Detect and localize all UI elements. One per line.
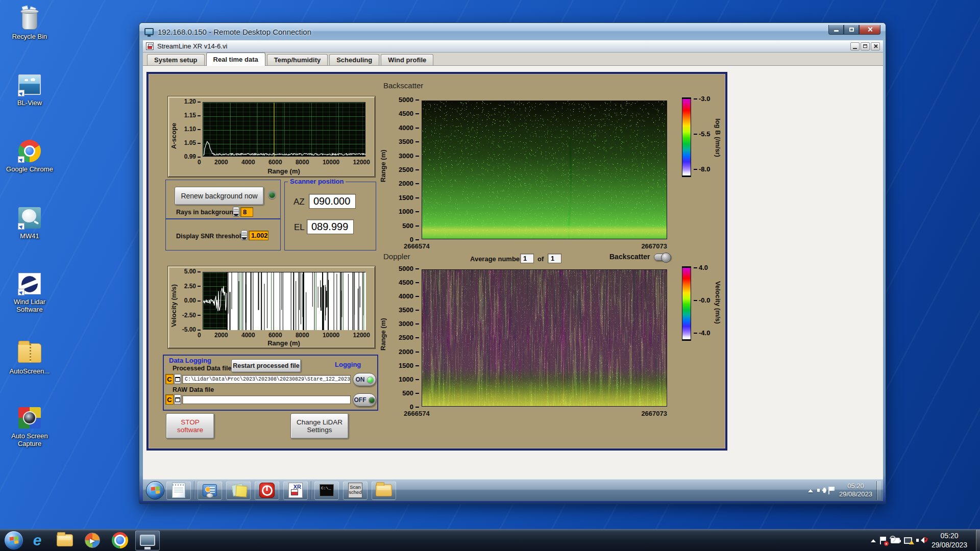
tab-scheduling[interactable]: Scheduling: [329, 54, 379, 65]
desktop-icon-mw41[interactable]: MW41: [5, 206, 54, 240]
remote-action-center-flag-icon[interactable]: [828, 487, 835, 494]
rays-spinner[interactable]: [233, 207, 239, 217]
app-titlebar[interactable]: StreamLine XR v14-6.vi: [143, 40, 883, 53]
host-clock[interactable]: 05:20 29/08/2023: [927, 531, 971, 549]
renew-background-button[interactable]: Renew background now: [175, 187, 264, 205]
off-label: OFF: [354, 396, 366, 404]
desktop-icon-google-chrome[interactable]: Google Chrome: [5, 139, 54, 173]
restart-processed-file-button[interactable]: Restart processed file: [231, 359, 301, 372]
app-close-button[interactable]: [871, 42, 880, 51]
processed-browse-icon[interactable]: [174, 374, 181, 384]
host-start-button[interactable]: [4, 531, 23, 550]
xr-icon-text: XR: [293, 484, 301, 490]
az-label: AZ: [293, 197, 305, 207]
velocity-plot-area[interactable]: [203, 272, 365, 330]
mw41-icon: [17, 206, 42, 230]
host-action-center-flag-icon[interactable]: x: [880, 537, 887, 544]
tick-label: 2000: [399, 181, 419, 187]
network-status-icon[interactable]: [904, 537, 912, 544]
tick-label: 4500: [399, 111, 419, 117]
remote-taskbar-scan-scheduler[interactable]: Scan sched: [343, 481, 368, 500]
logging-off-button[interactable]: OFF: [353, 393, 376, 407]
snr-spinner[interactable]: [241, 230, 248, 240]
remote-volume-icon[interactable]: [817, 487, 824, 493]
rdp-titlebar[interactable]: 192.168.0.150 - Remote Desktop Connectio…: [139, 23, 886, 40]
rdp-close-button[interactable]: [859, 25, 880, 35]
change-lidar-settings-button[interactable]: Change LiDAR Settings: [290, 413, 349, 439]
processed-drive-box[interactable]: C: [165, 374, 174, 384]
raw-data-file-label: RAW Data file: [173, 386, 214, 393]
logging-label: Logging: [335, 361, 361, 368]
error-badge-icon: x: [884, 541, 889, 546]
remote-taskbar-system-config[interactable]: [198, 481, 222, 500]
host-taskbar-explorer[interactable]: [53, 531, 77, 550]
shortcut-arrow-icon: [18, 289, 24, 295]
remote-show-desktop-button[interactable]: [876, 481, 881, 500]
sticky-notes-icon: [228, 481, 249, 500]
average-of-field[interactable]: 1: [548, 254, 561, 263]
tab-system-setup[interactable]: System setup: [147, 54, 205, 65]
host-taskbar-media-player[interactable]: [80, 531, 105, 550]
tab-wind-profile[interactable]: Wind profile: [381, 54, 433, 65]
desktop-icon-recycle-bin[interactable]: Recycle Bin: [5, 6, 54, 40]
battery-power-icon[interactable]: [891, 538, 900, 543]
tick-label: 500: [402, 390, 419, 396]
el-value-field[interactable]: 089.999: [307, 219, 354, 234]
a-scope-graph-frame: A-scope 1.201.151.101.050.99 02000400060…: [168, 96, 375, 177]
remote-taskbar-command-prompt[interactable]: C:\_: [314, 481, 339, 500]
desktop-icon-wind-lidar[interactable]: Wind Lidar Software: [5, 271, 54, 313]
host-taskbar-internet-explorer[interactable]: e: [25, 531, 50, 550]
a-scope-y-ticks: 1.201.151.101.050.99: [179, 99, 201, 160]
remote-taskbar-stop-app[interactable]: [255, 481, 279, 500]
labview-vi-icon: [146, 42, 154, 50]
wind-lidar-icon: [17, 271, 42, 296]
snr-value-field[interactable]: 1.002: [249, 231, 268, 240]
tab-real-time-data[interactable]: Real time data: [206, 53, 265, 66]
desktop-icon-bl-view[interactable]: BL-View: [5, 72, 54, 107]
tab-temp-humidity[interactable]: Temp/humidity: [267, 54, 328, 65]
remote-taskbar-sticky-notes[interactable]: [226, 481, 251, 500]
backscatter-colorbar-ticks: -3.0-5.5-8.0: [694, 96, 710, 172]
backscatter-toggle-switch[interactable]: [654, 254, 671, 261]
raw-path-field[interactable]: [182, 395, 351, 404]
remote-clock-time: 05:20: [839, 482, 872, 490]
host-show-desktop-button[interactable]: [975, 530, 980, 551]
remote-start-button[interactable]: [146, 481, 164, 499]
tabstrip: System setup Real time data Temp/humidit…: [143, 53, 883, 66]
stop-software-button[interactable]: STOP software: [166, 413, 214, 439]
backscatter-x-end: 2667073: [623, 242, 667, 250]
desktop: Recycle Bin BL-View Google Chrome MW41 W…: [0, 0, 980, 551]
desktop-icon-auto-screen-capture[interactable]: Auto Screen Capture: [5, 406, 54, 447]
a-scope-plot-area[interactable]: [203, 102, 365, 157]
logging-on-button[interactable]: ON: [353, 373, 376, 386]
rdp-maximize-button[interactable]: [844, 25, 859, 35]
az-value-field[interactable]: 090.000: [309, 194, 356, 209]
app-minimize-button[interactable]: [850, 42, 860, 51]
remote-clock[interactable]: 05:20 29/08/2023: [839, 482, 872, 498]
host-taskbar-remote-desktop[interactable]: [135, 531, 160, 550]
backscatter-heatmap[interactable]: [422, 101, 667, 239]
desktop-icon-autoscreen-zip[interactable]: AutoScreen...: [5, 341, 54, 375]
remote-taskbar-labview-xr[interactable]: XR: [283, 481, 308, 500]
snr-threshold-label: Display SNR threshold: [176, 233, 245, 240]
raw-drive-box[interactable]: C: [165, 394, 174, 405]
doppler-heatmap[interactable]: [422, 269, 667, 407]
remote-tray-expand-icon[interactable]: [808, 487, 813, 492]
remote-tray: 05:20 29/08/2023: [808, 481, 883, 500]
remote-taskbar: XR C:\_ Scan sched 05:20 29/08/2023: [143, 479, 883, 501]
processed-path-field[interactable]: C:\Lidar\Data\Proc\2023\202308\20230829\…: [182, 375, 351, 384]
host-taskbar-chrome[interactable]: [108, 531, 132, 550]
host-tray-expand-icon[interactable]: [871, 537, 876, 542]
rays-value-field[interactable]: 8: [240, 207, 253, 217]
remote-taskbar-explorer[interactable]: [372, 481, 396, 500]
tick-label: 12000: [353, 332, 370, 339]
app-restore-button[interactable]: [861, 42, 870, 51]
internet-explorer-icon: e: [33, 533, 42, 548]
raw-browse-icon[interactable]: [174, 394, 181, 405]
tick-label: 3000: [399, 321, 419, 327]
remote-taskbar-notepad[interactable]: [166, 481, 191, 500]
tick-label: 500: [402, 223, 419, 229]
host-volume-muted-icon[interactable]: [916, 537, 923, 543]
average-number-field[interactable]: 1: [520, 254, 534, 263]
rdp-minimize-button[interactable]: [828, 25, 844, 35]
